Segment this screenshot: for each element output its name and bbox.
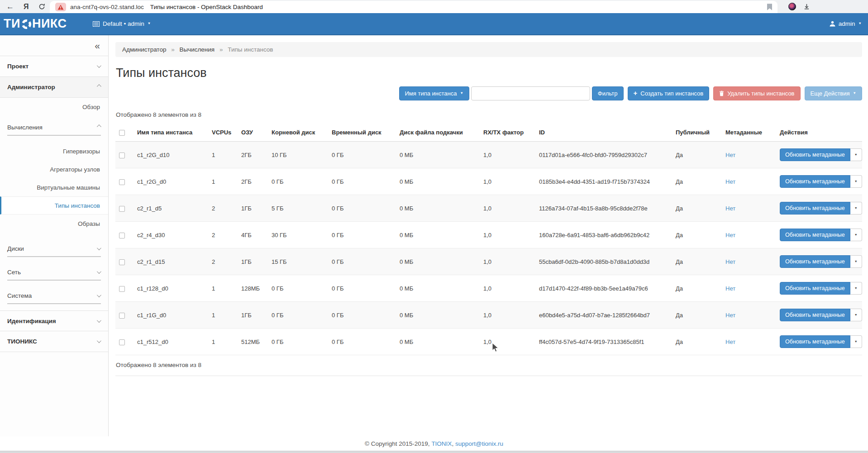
- browser-profile-icon[interactable]: [788, 3, 796, 10]
- update-metadata-button[interactable]: Обновить метаданные: [780, 255, 850, 268]
- row-checkbox[interactable]: [119, 286, 125, 292]
- refresh-button[interactable]: [38, 3, 45, 10]
- filter-field-label: Имя типа инстанса: [405, 90, 457, 97]
- update-metadata-button[interactable]: Обновить метаданные: [780, 175, 850, 188]
- column-header-metadata[interactable]: Метаданные: [722, 124, 776, 142]
- column-header-name[interactable]: Имя типа инстанса: [134, 124, 208, 142]
- more-actions-button[interactable]: Еще Действия ▼: [805, 86, 862, 100]
- update-metadata-button[interactable]: Обновить метаданные: [780, 229, 850, 241]
- column-header-swap_disk[interactable]: Диск файла подкачки: [396, 124, 480, 142]
- row-actions-dropdown[interactable]: ▼: [850, 202, 862, 215]
- filter-field-dropdown[interactable]: Имя типа инстанса ▼: [399, 86, 469, 100]
- sidebar-section-network[interactable]: Сеть: [0, 264, 108, 280]
- cell-public: Да: [676, 339, 683, 345]
- breadcrumb-compute[interactable]: Вычисления: [179, 46, 215, 53]
- chevron-down-icon: ▼: [854, 153, 858, 156]
- page-url[interactable]: ana-cnt7q-ovs-02.stand.loc: [70, 4, 144, 10]
- metadata-link[interactable]: Нет: [725, 312, 735, 319]
- row-actions-dropdown[interactable]: ▼: [850, 148, 862, 161]
- sidebar-section-admin[interactable]: Администратор: [0, 77, 108, 98]
- footer-comma: ,: [452, 440, 453, 447]
- chevron-up-icon: [97, 84, 101, 89]
- metadata-link[interactable]: Нет: [725, 152, 735, 158]
- metadata-link[interactable]: Нет: [725, 285, 735, 292]
- column-header-ephemeral_disk[interactable]: Временный диск: [328, 124, 396, 142]
- metadata-link[interactable]: Нет: [725, 205, 735, 212]
- update-metadata-button[interactable]: Обновить метаданные: [780, 309, 850, 321]
- row-actions-dropdown[interactable]: ▼: [850, 309, 862, 321]
- address-bar[interactable]: ana-cnt7q-ovs-02.stand.loc Типы инстансо…: [50, 1, 777, 13]
- bookmark-icon[interactable]: [767, 4, 772, 10]
- sidebar-item-overview[interactable]: Обзор: [0, 98, 108, 116]
- row-actions-dropdown[interactable]: ▼: [850, 255, 862, 268]
- row-checkbox[interactable]: [119, 313, 125, 319]
- row-checkbox[interactable]: [119, 179, 125, 185]
- sidebar-item-flavors[interactable]: Типы инстансов: [0, 196, 108, 215]
- column-header-ram[interactable]: ОЗУ: [238, 124, 268, 142]
- cell-vcpus: 2: [212, 258, 215, 265]
- row-actions-dropdown[interactable]: ▼: [850, 229, 862, 241]
- column-header-vcpus[interactable]: VCPUs: [208, 124, 238, 142]
- cell-id: e60bd4e5-a75d-4d07-b7ae-1285f2664bd7: [539, 312, 650, 319]
- filter-button[interactable]: Фильтр: [592, 86, 624, 100]
- sidebar-section-project[interactable]: Проект: [0, 56, 108, 77]
- row-checkbox[interactable]: [119, 259, 125, 265]
- column-header-rxtx_factor[interactable]: RX/TX фактор: [480, 124, 535, 142]
- row-checkbox[interactable]: [119, 339, 125, 345]
- tionix-logo-o-icon: [21, 19, 32, 30]
- breadcrumb-admin[interactable]: Администратор: [122, 46, 166, 53]
- row-checkbox[interactable]: [119, 233, 125, 238]
- sidebar-item-instances[interactable]: Виртуальные машины: [0, 178, 108, 196]
- row-checkbox[interactable]: [119, 206, 125, 212]
- tionix-logo[interactable]: ТИ НИКС: [4, 17, 93, 31]
- support-link[interactable]: support@tionix.ru: [455, 440, 503, 447]
- update-metadata-button[interactable]: Обновить метаданные: [780, 202, 850, 215]
- column-header-root_disk[interactable]: Корневой диск: [268, 124, 328, 142]
- sidebar-section-system[interactable]: Система: [0, 288, 108, 303]
- cell-vcpus: 1: [212, 285, 215, 292]
- sidebar-collapse-button[interactable]: «: [0, 35, 108, 56]
- yandex-browser-logo[interactable]: Я: [24, 3, 29, 10]
- cell-id: 1126a734-07af-4b15-8a8b-95c8dde2f78e: [539, 205, 648, 212]
- security-warning-icon[interactable]: [55, 3, 66, 11]
- row-actions-dropdown[interactable]: ▼: [850, 335, 862, 348]
- sidebar-section-volumes[interactable]: Диски: [0, 241, 108, 256]
- tionix-link[interactable]: TIONIX: [431, 440, 452, 447]
- breadcrumb: Администратор » Вычисления » Типы инстан…: [115, 42, 862, 57]
- sidebar-item-instances-label: Виртуальные машины: [37, 184, 100, 191]
- metadata-link[interactable]: Нет: [725, 258, 735, 265]
- column-header-public[interactable]: Публичный: [672, 124, 722, 142]
- project-context-switcher[interactable]: Default • admin ▼: [93, 20, 151, 27]
- update-metadata-button[interactable]: Обновить метаданные: [780, 148, 850, 161]
- metadata-link[interactable]: Нет: [725, 232, 735, 238]
- row-actions-dropdown[interactable]: ▼: [850, 282, 862, 295]
- sidebar-item-images[interactable]: Образы: [0, 215, 108, 233]
- cell-ram: 2ГБ: [241, 152, 252, 158]
- sidebar-section-tionix[interactable]: ТИОНИКС: [0, 331, 108, 352]
- table-toolbar: Имя типа инстанса ▼ Фильтр + Создать тип…: [115, 86, 862, 100]
- breadcrumb-separator: »: [219, 46, 223, 53]
- sidebar-section-compute[interactable]: Вычисления: [0, 119, 108, 135]
- column-header-id[interactable]: ID: [535, 124, 672, 142]
- row-actions-dropdown[interactable]: ▼: [850, 175, 862, 188]
- metadata-link[interactable]: Нет: [725, 178, 735, 185]
- metadata-link[interactable]: Нет: [725, 339, 735, 345]
- browser-back-button[interactable]: ←: [6, 3, 14, 10]
- row-checkbox[interactable]: [119, 153, 125, 158]
- filter-input[interactable]: [471, 86, 590, 100]
- table-row: c2_r1_d521ГБ5 ГБ0 ГБ0 МБ1,01126a734-07af…: [115, 195, 862, 222]
- download-icon[interactable]: [803, 3, 810, 10]
- update-metadata-button[interactable]: Обновить метаданные: [780, 282, 850, 295]
- sidebar-item-host-aggregates[interactable]: Агрегаторы узлов: [0, 160, 108, 178]
- sidebar-item-hypervisors[interactable]: Гипервизоры: [0, 142, 108, 160]
- create-flavor-button[interactable]: + Создать тип инстансов: [628, 86, 710, 100]
- select-all-checkbox[interactable]: [119, 130, 125, 136]
- cell-public: Да: [676, 178, 683, 185]
- sidebar-item-images-label: Образы: [78, 220, 100, 227]
- sidebar-section-identity[interactable]: Идентификация: [0, 310, 108, 331]
- delete-flavors-button[interactable]: Удалить типы инстансов: [713, 86, 800, 100]
- user-menu[interactable]: admin ▼: [830, 20, 862, 27]
- cell-name: c1_r128_d0: [137, 285, 168, 292]
- sidebar: « ПроектАдминистраторОбзорВычисленияГипе…: [0, 35, 109, 436]
- update-metadata-button[interactable]: Обновить метаданные: [780, 335, 850, 348]
